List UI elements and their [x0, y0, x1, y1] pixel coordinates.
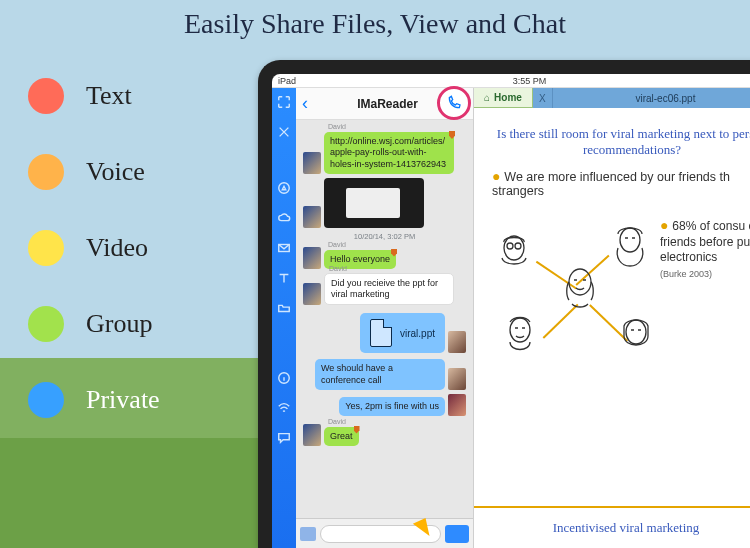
message-text: We should have a conference call — [321, 363, 393, 384]
home-tab[interactable]: ⌂ Home — [474, 88, 533, 107]
timestamp: 10/20/14, 3:02 PM — [300, 232, 469, 241]
message[interactable]: David Hello everyone — [300, 247, 469, 269]
ipad-frame: iPad 3:55 PM ‹ IMaReader — [258, 60, 750, 548]
sender-label: David — [328, 241, 346, 250]
home-icon: ⌂ — [484, 92, 490, 103]
image-attachment[interactable]: Cafe ViewChat — [324, 178, 424, 228]
message-file[interactable]: viral.ppt — [300, 313, 469, 353]
folder-icon[interactable] — [276, 300, 292, 316]
legend-row-private: Private — [28, 362, 238, 438]
legend-row-group: Group — [28, 286, 238, 362]
cloud-icon[interactable] — [276, 210, 292, 226]
dot-group — [28, 306, 64, 342]
avatar[interactable] — [303, 247, 321, 269]
slide-bullet-2: ● 68% of consu consult friends before pu… — [660, 216, 750, 281]
svg-point-7 — [620, 228, 640, 252]
file-tab-bar: X viral-ec06.ppt — [533, 88, 750, 108]
tab-close-button[interactable]: X — [533, 88, 553, 108]
info-icon[interactable] — [276, 370, 292, 386]
avatar[interactable] — [448, 331, 466, 353]
slide-illustration — [492, 218, 662, 358]
close-icon[interactable] — [276, 124, 292, 140]
message-link[interactable]: David http://online.wsj.com/articles/app… — [300, 124, 469, 174]
svg-point-0 — [279, 183, 290, 194]
status-device: iPad — [278, 76, 296, 86]
svg-point-3 — [569, 269, 591, 295]
avatar[interactable] — [303, 283, 321, 305]
chat-header: ‹ IMaReader — [296, 88, 473, 120]
home-label: Home — [494, 92, 522, 103]
chat-input-bar — [296, 518, 473, 548]
document-viewer: ⌂ Home X viral-ec06.ppt Is there still r… — [474, 88, 750, 548]
send-button[interactable] — [445, 525, 469, 543]
slide-question: Is there still room for viral marketing … — [492, 126, 750, 168]
svg-point-6 — [515, 243, 521, 249]
message-text: Great — [330, 431, 353, 441]
compass-icon[interactable] — [276, 180, 292, 196]
status-bar: iPad 3:55 PM — [272, 74, 750, 88]
message[interactable]: David Great — [300, 424, 469, 446]
legend-row-voice: Voice — [28, 134, 238, 210]
citation: (Burke 2003) — [660, 269, 712, 279]
legend-label: Voice — [86, 157, 145, 187]
slide-content[interactable]: Is there still room for viral marketing … — [474, 108, 750, 548]
message-text: Did you recieive the ppt for viral marke… — [331, 278, 438, 299]
sender-label: David — [329, 265, 347, 274]
bookmark-icon — [449, 131, 455, 139]
phone-icon — [446, 95, 462, 111]
chat-panel: ‹ IMaReader David http://online.wsj.com/… — [296, 88, 474, 548]
call-button-highlight[interactable] — [437, 86, 471, 120]
sidebar — [272, 88, 296, 548]
message-text: http://online.wsj.com/articles/apple-pay… — [330, 136, 446, 169]
camera-button[interactable] — [300, 527, 316, 541]
page-title: Easily Share Files, View and Chat — [0, 0, 750, 48]
status-time: 3:55 PM — [296, 76, 750, 86]
slide-bullet-1: ● We are more influenced by our friends … — [492, 168, 750, 198]
file-name: viral.ppt — [400, 328, 435, 339]
viewer-toolbar: ⌂ Home X viral-ec06.ppt — [474, 88, 750, 108]
legend-label: Group — [86, 309, 152, 339]
svg-point-8 — [510, 318, 530, 342]
message-image[interactable]: Cafe ViewChat — [300, 178, 469, 228]
text-tool-icon[interactable] — [276, 270, 292, 286]
legend-row-text: Text — [28, 58, 238, 134]
document-icon — [370, 319, 392, 347]
legend-row-video: Video — [28, 210, 238, 286]
bookmark-icon — [354, 426, 360, 434]
dot-private — [28, 382, 64, 418]
chat-messages[interactable]: David http://online.wsj.com/articles/app… — [296, 120, 473, 518]
message[interactable]: David Did you recieive the ppt for viral… — [300, 273, 469, 306]
dot-text — [28, 78, 64, 114]
svg-point-9 — [626, 320, 646, 344]
message[interactable]: We should have a conference call — [300, 359, 469, 390]
message-text: Yes, 2pm is fine with us — [345, 401, 439, 411]
avatar[interactable] — [303, 424, 321, 446]
legend-label: Private — [86, 385, 160, 415]
legend: Text Voice Video Group Private — [28, 58, 238, 438]
mail-icon[interactable] — [276, 240, 292, 256]
chat-icon[interactable] — [276, 430, 292, 446]
sender-label: David — [328, 123, 346, 132]
avatar[interactable] — [303, 206, 321, 228]
avatar[interactable] — [448, 394, 466, 416]
expand-icon[interactable] — [276, 94, 292, 110]
file-tab[interactable]: viral-ec06.ppt — [553, 88, 750, 108]
avatar[interactable] — [448, 368, 466, 390]
svg-point-5 — [507, 243, 513, 249]
dot-voice — [28, 154, 64, 190]
message[interactable]: Yes, 2pm is fine with us — [300, 394, 469, 416]
wifi-icon[interactable] — [276, 400, 292, 416]
message-text: Hello everyone — [330, 254, 390, 264]
sender-label: David — [328, 418, 346, 427]
dot-video — [28, 230, 64, 266]
workspace: ‹ IMaReader David http://online.wsj.com/… — [272, 88, 750, 548]
bookmark-icon — [391, 249, 397, 257]
legend-label: Video — [86, 233, 148, 263]
file-attachment[interactable]: viral.ppt — [360, 313, 445, 353]
avatar[interactable] — [303, 152, 321, 174]
legend-label: Text — [86, 81, 132, 111]
slide-footer: Incentivised viral marketing — [474, 506, 750, 548]
